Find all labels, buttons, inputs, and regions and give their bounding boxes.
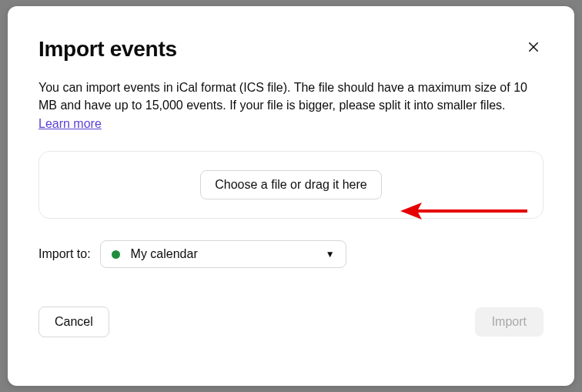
close-icon: [527, 40, 540, 54]
import-to-row: Import to: My calendar ▼: [38, 240, 544, 268]
modal-title: Import events: [38, 37, 177, 62]
cancel-button[interactable]: Cancel: [38, 307, 109, 337]
modal-header: Import events: [38, 37, 544, 62]
file-dropzone[interactable]: Choose a file or drag it here: [38, 151, 544, 219]
import-to-label: Import to:: [38, 247, 91, 261]
import-events-modal: Import events You can import events in i…: [8, 6, 574, 386]
calendar-select[interactable]: My calendar ▼: [100, 240, 346, 268]
calendar-name: My calendar: [131, 247, 315, 261]
calendar-color-dot: [112, 250, 120, 259]
learn-more-link[interactable]: Learn more: [38, 117, 102, 131]
chevron-down-icon: ▼: [326, 249, 335, 260]
close-button[interactable]: [523, 37, 544, 57]
import-button[interactable]: Import: [475, 307, 544, 337]
choose-file-button[interactable]: Choose a file or drag it here: [200, 170, 381, 199]
modal-footer: Cancel Import: [38, 307, 544, 337]
modal-description: You can import events in iCal format (IC…: [38, 79, 544, 114]
